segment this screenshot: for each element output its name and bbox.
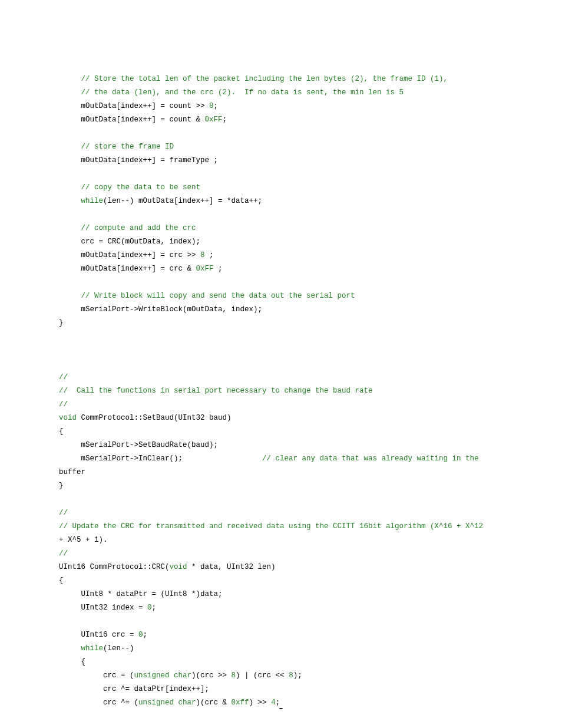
code-token: buffer: [59, 468, 85, 476]
code-token: [59, 292, 81, 300]
code-token: [59, 644, 81, 653]
code-token: 0: [138, 631, 143, 639]
code-token: crc = (: [59, 671, 134, 680]
code-token: (len--): [103, 644, 134, 653]
code-token: UInt8 * dataPtr = (UInt8 *)data;: [59, 590, 223, 598]
code-token: 8: [289, 671, 293, 680]
code-line: UInt32 index = 0;: [59, 601, 529, 615]
code-token: ;: [152, 604, 157, 612]
code-token: mOutData[index++] = crc >>: [59, 251, 200, 259]
code-line: //: [59, 547, 529, 561]
code-line: crc ^= dataPtr[index++];: [59, 683, 529, 696]
code-line: // copy the data to be sent: [59, 181, 529, 195]
code-line: while(len--): [59, 642, 529, 655]
code-token: char: [174, 671, 191, 680]
code-token: 0: [147, 604, 152, 612]
code-line: [59, 357, 529, 371]
code-token: {: [59, 577, 64, 585]
code-token: ;: [223, 116, 227, 124]
code-token: //: [59, 509, 68, 517]
code-line: mSerialPort->WriteBlock(mOutData, index)…: [59, 303, 529, 317]
code-line: [59, 59, 529, 73]
code-token: 8: [232, 671, 236, 680]
code-line: // Write block will copy and send the da…: [59, 289, 529, 303]
code-token: //: [59, 400, 68, 409]
code-token: ) | (crc <<: [236, 671, 289, 680]
code-token: // the data (len), and the crc (2). If n…: [81, 88, 404, 97]
code-token: }: [59, 482, 64, 490]
code-line: mOutData[index++] = count >> 8;: [59, 100, 529, 113]
code-token: UInt16 CommProtocol::CRC(: [59, 563, 170, 571]
code-line: buffer: [59, 466, 529, 479]
code-line: {: [59, 655, 529, 669]
code-line: //: [59, 371, 529, 384]
code-token: UInt16 crc =: [59, 631, 138, 639]
code-token: (len--) mOutData[index++] = *data++;: [103, 197, 262, 205]
code-line: UInt16 CommProtocol::CRC(void * data, UI…: [59, 561, 529, 574]
code-token: // Store the total len of the packet inc…: [81, 75, 448, 83]
code-token: mOutData[index++] = crc &: [59, 265, 196, 273]
code-line: [59, 127, 529, 140]
code-token: while: [81, 197, 104, 205]
code-line: while(len--) mOutData[index++] = *data++…: [59, 195, 529, 208]
code-line: // Call the functions in serial port nec…: [59, 384, 529, 398]
code-token: UInt32 index =: [59, 604, 147, 612]
code-line: [59, 276, 529, 289]
code-token: mOutData[index++] = count &: [59, 116, 205, 124]
code-token: // Call the functions in serial port nec…: [59, 387, 373, 395]
code-line: [59, 167, 529, 181]
code-line: mOutData[index++] = crc & 0xFF ;: [59, 262, 529, 276]
page-footer: -: [0, 700, 562, 716]
code-line: crc = CRC(mOutData, index);: [59, 235, 529, 249]
code-token: [59, 143, 81, 151]
code-line: // store the frame ID: [59, 140, 529, 154]
code-line: mSerialPort->InClear(); // clear any dat…: [59, 452, 529, 466]
code-token: ;: [214, 102, 219, 110]
code-line: UInt8 * dataPtr = (UInt8 *)data;: [59, 588, 529, 601]
code-token: // store the frame ID: [81, 143, 174, 151]
code-token: {: [59, 427, 64, 436]
code-token: 8: [209, 102, 214, 110]
code-line: + X^5 + 1).: [59, 533, 529, 547]
code-token: crc = CRC(mOutData, index);: [59, 238, 200, 246]
code-token: [59, 197, 81, 205]
code-line: //: [59, 506, 529, 520]
code-line: [59, 344, 529, 357]
code-line: void CommProtocol::SetBaud(UInt32 baud): [59, 411, 529, 425]
code-line: {: [59, 425, 529, 439]
code-token: unsigned: [134, 671, 170, 680]
code-token: while: [81, 644, 104, 653]
code-token: [59, 224, 81, 232]
code-line: mOutData[index++] = count & 0xFF;: [59, 113, 529, 127]
code-token: 0xFF: [196, 265, 214, 273]
code-token: //: [59, 549, 68, 558]
code-line: }: [59, 479, 529, 493]
code-token: 8: [200, 251, 205, 259]
code-token: [170, 671, 174, 680]
code-token: ;: [143, 631, 148, 639]
code-line: [59, 615, 529, 628]
code-token: // clear any data that was already waiti…: [262, 454, 483, 463]
code-token: + X^5 + 1).: [59, 536, 108, 544]
code-line: }: [59, 317, 529, 330]
code-line: [59, 493, 529, 506]
code-line: UInt16 crc = 0;: [59, 628, 529, 642]
code-line: {: [59, 574, 529, 588]
code-token: void: [170, 563, 187, 571]
code-token: mSerialPort->InClear();: [59, 454, 262, 463]
code-line: // compute and add the crc: [59, 222, 529, 235]
code-token: CommProtocol::SetBaud(UInt32 baud): [77, 414, 232, 422]
code-line: [59, 208, 529, 222]
code-token: // Write block will copy and send the da…: [81, 292, 355, 300]
code-token: mOutData[index++] = frameType ;: [59, 156, 218, 164]
code-token: mSerialPort->SetBaudRate(baud);: [59, 441, 218, 449]
code-token: // copy the data to be sent: [81, 183, 201, 192]
code-token: mOutData[index++] = count >>: [59, 102, 209, 110]
code-line: [59, 330, 529, 344]
code-token: // compute and add the crc: [81, 224, 196, 232]
code-token: ;: [214, 265, 223, 273]
code-line: // the data (len), and the crc (2). If n…: [59, 86, 529, 100]
code-token: [59, 88, 81, 97]
code-token: // Update the CRC for transmitted and re…: [59, 522, 488, 531]
code-token: {: [59, 658, 85, 666]
